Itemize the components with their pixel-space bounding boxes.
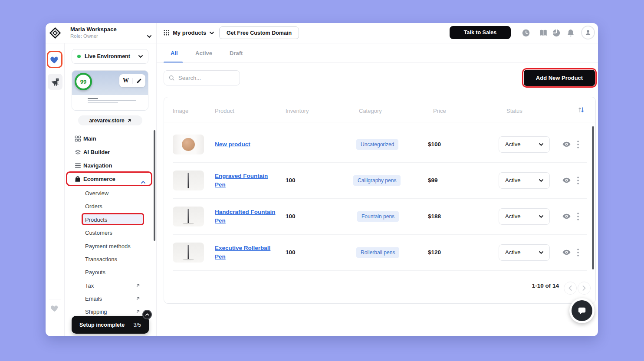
workspace-switcher[interactable]: Maria Workspace Role: Owner (70, 26, 117, 39)
rail-bottom-divider (49, 299, 61, 299)
dinosaur-icon (50, 77, 60, 87)
sidebar-item-orders[interactable]: Orders (65, 200, 156, 213)
edit-site-button[interactable] (132, 78, 145, 84)
get-domain-label: Get Free Custom Domain (227, 30, 292, 36)
pagination-prev-button[interactable] (564, 282, 577, 295)
sidebar-item-payment-methods[interactable]: Payment methods (65, 240, 156, 253)
user-avatar[interactable] (581, 26, 595, 39)
history-clock-icon[interactable] (521, 28, 531, 38)
status-dropdown[interactable]: Active (499, 244, 550, 261)
row-menu-button[interactable] (577, 234, 579, 270)
column-header-image: Image (173, 108, 188, 114)
tab-all[interactable]: All (171, 50, 178, 56)
apps-grid-icon[interactable] (164, 30, 169, 36)
sidebar-item-navigation[interactable]: Navigation (65, 159, 156, 172)
get-free-custom-domain-button[interactable]: Get Free Custom Domain (219, 26, 299, 39)
category-badge: Rollerball pens (356, 247, 399, 258)
dino-button[interactable] (48, 74, 62, 90)
sidebar-item-ecommerce[interactable]: Ecommerce (65, 172, 156, 185)
docs-book-icon[interactable] (539, 28, 548, 38)
sidebar-divider (156, 23, 157, 336)
sidebar-item-products[interactable]: Products (65, 213, 156, 226)
table-footer-divider (164, 274, 595, 274)
row-menu-button[interactable] (577, 162, 579, 198)
sidebar-item-label: Emails (85, 295, 102, 302)
sidebar-item-label: Orders (85, 203, 102, 210)
sidebar-item-emails[interactable]: Emails (65, 292, 156, 305)
search-input[interactable] (178, 75, 230, 81)
product-thumbnail (173, 207, 204, 226)
product-link[interactable]: Executive Rollerball Pen (215, 244, 276, 261)
sidebar-item-tax[interactable]: Tax (65, 279, 156, 292)
setup-collapse-button[interactable] (142, 310, 152, 319)
shopping-bag-icon (75, 176, 81, 182)
table-scrollbar[interactable] (592, 126, 594, 269)
app-logo[interactable] (49, 27, 61, 39)
chevron-down-icon (539, 215, 543, 218)
preview-eye-button[interactable] (562, 126, 571, 162)
wordpress-button[interactable]: W (119, 77, 132, 84)
pagination-range: 1-10 of 14 (494, 282, 559, 289)
status-dropdown[interactable]: Active (499, 172, 550, 189)
preview-eye-button[interactable] (562, 234, 571, 270)
status-value: Active (505, 177, 539, 184)
product-link[interactable]: Handcrafted Fountain Pen (215, 208, 276, 225)
sidebar-item-payouts[interactable]: Payouts (65, 266, 156, 279)
chevron-up-icon (141, 177, 145, 185)
site-score-badge: 99 (75, 73, 92, 90)
tab-active[interactable]: Active (195, 50, 212, 56)
setup-status-pill[interactable]: Setup incomplete 3/5 (72, 316, 149, 334)
pagination-next-button[interactable] (578, 282, 591, 295)
talk-to-sales-button[interactable]: Talk to Sales (450, 26, 511, 39)
column-header-price: Price (433, 108, 446, 114)
brand-heart-button[interactable] (47, 51, 62, 68)
sidebar-item-label: Main (83, 135, 96, 142)
site-preview-card[interactable]: 99 W (72, 70, 148, 111)
my-products-dropdown[interactable]: My products (173, 30, 214, 36)
sidebar-item-label: Transactions (85, 256, 117, 263)
sidebar-item-customers[interactable]: Customers (65, 226, 156, 239)
chevron-down-icon (138, 55, 143, 58)
row-menu-button[interactable] (577, 126, 579, 162)
usage-pie-chart-icon[interactable] (552, 28, 561, 38)
status-dropdown[interactable]: Active (499, 208, 550, 225)
chevron-right-icon (582, 286, 586, 291)
environment-label: Live Environment (85, 53, 138, 59)
category-badge: Calligraphy pens (353, 175, 401, 186)
layers-icon (75, 149, 81, 155)
external-link-icon (136, 296, 140, 301)
product-link[interactable]: New product (215, 140, 276, 149)
sidebar-item-overview[interactable]: Overview (65, 187, 156, 200)
products-table: Image Product Inventory Category Price S… (164, 97, 596, 304)
workspace-chevron-down-icon[interactable] (147, 32, 151, 39)
external-link-icon (136, 283, 140, 288)
column-header-product: Product (215, 108, 234, 114)
table-row: Handcrafted Fountain Pen 100 Fountain pe… (164, 198, 595, 234)
sort-icon[interactable] (577, 106, 585, 114)
grid-icon (75, 135, 81, 142)
sidebar-item-label: Overview (85, 190, 108, 197)
row-menu-button[interactable] (577, 198, 579, 234)
sidebar-scrollbar[interactable] (154, 130, 155, 241)
favorites-heart-icon[interactable] (50, 303, 59, 313)
sidebar-item-ai-builder[interactable]: AI Builder (65, 145, 156, 158)
product-link[interactable]: Engraved Fountain Pen (215, 172, 276, 189)
screenshot-canvas: Maria Workspace Role: Owner My products … (0, 0, 644, 361)
logo-diamond-icon (49, 27, 61, 39)
site-link-button[interactable]: arevarev.store (78, 115, 142, 125)
add-new-product-button[interactable]: Add New Product (524, 70, 595, 86)
table-row: Executive Rollerball Pen 100 Rollerball … (164, 234, 595, 270)
sidebar-item-main[interactable]: Main (65, 132, 156, 145)
environment-dropdown[interactable]: Live Environment (72, 49, 148, 64)
tab-draft[interactable]: Draft (230, 50, 243, 56)
sidebar-item-transactions[interactable]: Transactions (65, 253, 156, 266)
status-dropdown[interactable]: Active (499, 136, 550, 153)
preview-eye-button[interactable] (562, 162, 571, 198)
preview-eye-button[interactable] (562, 198, 571, 234)
sidebar-item-label: Ecommerce (83, 176, 115, 182)
chevron-down-icon (539, 251, 543, 254)
table-row: Engraved Fountain Pen 100 Calligraphy pe… (164, 162, 595, 198)
notifications-bell-icon[interactable] (566, 28, 575, 38)
chevron-down-icon (539, 179, 543, 182)
chat-widget-button[interactable] (569, 298, 595, 323)
